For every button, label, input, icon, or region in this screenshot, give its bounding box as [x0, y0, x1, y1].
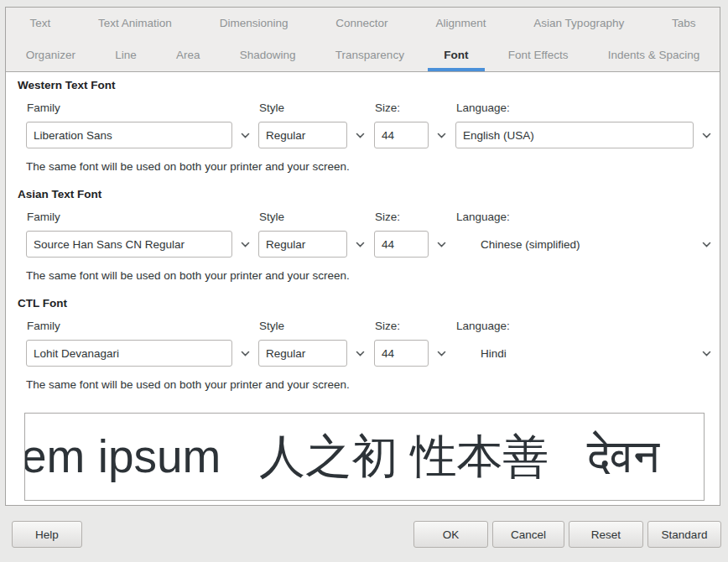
chevron-down-icon[interactable] — [347, 242, 372, 247]
dialog-action-buttons: OK Cancel Reset Standard — [413, 521, 721, 548]
asian-size-field: Size: 44 — [374, 211, 455, 258]
asian-font-note: The same font will be used on both your … — [26, 269, 720, 282]
tab-alignment[interactable]: Alignment — [412, 8, 510, 39]
western-family-value: Liberation Sans — [34, 129, 112, 142]
ok-button[interactable]: OK — [413, 521, 488, 548]
ctl-language-field: Language: Hindi — [455, 320, 719, 367]
tab-font-effects[interactable]: Font Effects — [488, 39, 588, 71]
asian-font-heading: Asian Text Font — [18, 188, 720, 200]
language-label: Language: — [456, 211, 719, 223]
tab-font[interactable]: Font — [424, 39, 489, 71]
size-label: Size: — [375, 211, 455, 223]
font-notebook: Text Text Animation Dimensioning Connect… — [5, 7, 720, 506]
asian-family-combobox: Source Han Sans CN Regular — [26, 231, 258, 258]
font-tab-content: Western Text Font Family Liberation Sans — [6, 72, 720, 506]
standard-button[interactable]: Standard — [647, 521, 721, 548]
ctl-size-value: 44 — [382, 347, 394, 360]
ctl-family-field: Family Lohit Devanagari — [26, 320, 258, 367]
ctl-family-combobox: Lohit Devanagari — [26, 340, 258, 367]
tab-line[interactable]: Line — [96, 39, 157, 71]
ctl-style-combobox: Regular — [258, 340, 374, 367]
asian-language-value: Chinese (simplified) — [481, 238, 580, 251]
western-language-input[interactable]: English (USA) — [455, 122, 694, 148]
tab-row-1: Text Text Animation Dimensioning Connect… — [6, 8, 720, 39]
tab-text-animation[interactable]: Text Animation — [75, 8, 196, 39]
western-style-field: Style Regular — [258, 101, 374, 148]
chevron-down-icon[interactable] — [347, 351, 372, 356]
chevron-down-icon[interactable] — [232, 242, 257, 247]
western-family-field: Family Liberation Sans — [26, 101, 258, 148]
asian-size-value: 44 — [382, 238, 394, 251]
asian-size-input[interactable]: 44 — [374, 231, 429, 258]
western-size-input[interactable]: 44 — [374, 122, 429, 148]
font-preview-text: em ipsum 人之初 性本善 देवन — [24, 434, 659, 480]
chevron-down-icon[interactable] — [429, 242, 454, 247]
asian-font-section: Asian Text Font Family Source Han Sans C… — [6, 188, 720, 282]
western-style-value: Regular — [266, 129, 305, 142]
tab-text[interactable]: Text — [6, 8, 75, 39]
tab-dimensioning[interactable]: Dimensioning — [195, 8, 312, 39]
ctl-font-section: CTL Font Family Lohit Devanagari — [6, 297, 720, 391]
western-family-input[interactable]: Liberation Sans — [26, 122, 232, 148]
chevron-down-icon — [694, 242, 719, 247]
asian-style-field: Style Regular — [258, 211, 374, 258]
ctl-style-input[interactable]: Regular — [258, 340, 347, 367]
tab-tabs[interactable]: Tabs — [648, 8, 720, 39]
ctl-font-fields: Family Lohit Devanagari Style — [26, 320, 720, 367]
cancel-button[interactable]: Cancel — [492, 521, 564, 548]
family-label: Family — [27, 320, 258, 332]
tab-row-2: Organizer Line Area Shadowing Transparen… — [6, 39, 720, 71]
chevron-down-icon[interactable] — [347, 133, 372, 138]
chevron-down-icon[interactable] — [429, 351, 454, 356]
style-label: Style — [259, 101, 374, 114]
ctl-style-value: Regular — [266, 347, 305, 360]
western-language-field: Language: English (USA) — [455, 101, 719, 148]
language-label: Language: — [456, 101, 719, 114]
family-label: Family — [27, 101, 258, 114]
chevron-down-icon[interactable] — [232, 351, 257, 356]
chevron-down-icon[interactable] — [232, 133, 257, 138]
western-style-combobox: Regular — [258, 122, 374, 148]
asian-language-dropdown[interactable]: Chinese (simplified) — [455, 231, 719, 258]
tab-organizer[interactable]: Organizer — [6, 39, 96, 71]
ctl-size-field: Size: 44 — [374, 320, 455, 367]
asian-family-input[interactable]: Source Han Sans CN Regular — [26, 231, 232, 258]
size-label: Size: — [375, 101, 455, 114]
ctl-language-value: Hindi — [481, 347, 507, 360]
ctl-size-combobox: 44 — [374, 340, 455, 367]
ctl-language-dropdown[interactable]: Hindi — [455, 340, 719, 367]
western-style-input[interactable]: Regular — [258, 122, 347, 148]
asian-style-value: Regular — [266, 238, 305, 251]
western-font-fields: Family Liberation Sans Style — [26, 101, 720, 148]
reset-button[interactable]: Reset — [569, 521, 643, 548]
western-size-field: Size: 44 — [374, 101, 455, 148]
tab-asian-typography[interactable]: Asian Typography — [510, 8, 648, 39]
language-label: Language: — [456, 320, 719, 332]
western-size-value: 44 — [382, 129, 394, 142]
help-button[interactable]: Help — [12, 521, 82, 548]
western-size-combobox: 44 — [374, 122, 455, 148]
western-family-combobox: Liberation Sans — [26, 122, 258, 148]
western-language-value: English (USA) — [463, 129, 534, 142]
tab-area[interactable]: Area — [156, 39, 220, 71]
font-preview-box: em ipsum 人之初 性本善 देवन — [24, 413, 705, 501]
asian-size-combobox: 44 — [374, 231, 455, 258]
ctl-size-input[interactable]: 44 — [374, 340, 429, 367]
western-font-heading: Western Text Font — [18, 79, 720, 91]
tab-bar: Text Text Animation Dimensioning Connect… — [6, 8, 720, 72]
ctl-family-input[interactable]: Lohit Devanagari — [26, 340, 232, 367]
tab-indents-spacing[interactable]: Indents & Spacing — [588, 39, 720, 71]
tab-connector[interactable]: Connector — [312, 8, 412, 39]
tab-transparency[interactable]: Transparency — [315, 39, 424, 71]
chevron-down-icon[interactable] — [694, 133, 719, 138]
tab-shadowing[interactable]: Shadowing — [220, 39, 315, 71]
asian-family-field: Family Source Han Sans CN Regular — [26, 211, 258, 258]
asian-style-input[interactable]: Regular — [258, 231, 347, 258]
chevron-down-icon[interactable] — [429, 133, 454, 138]
ctl-style-field: Style Regular — [258, 320, 374, 367]
ctl-font-note: The same font will be used on both your … — [26, 378, 720, 391]
western-font-note: The same font will be used on both your … — [26, 160, 720, 173]
asian-style-combobox: Regular — [258, 231, 374, 258]
family-label: Family — [27, 211, 258, 223]
chevron-down-icon — [694, 351, 719, 356]
